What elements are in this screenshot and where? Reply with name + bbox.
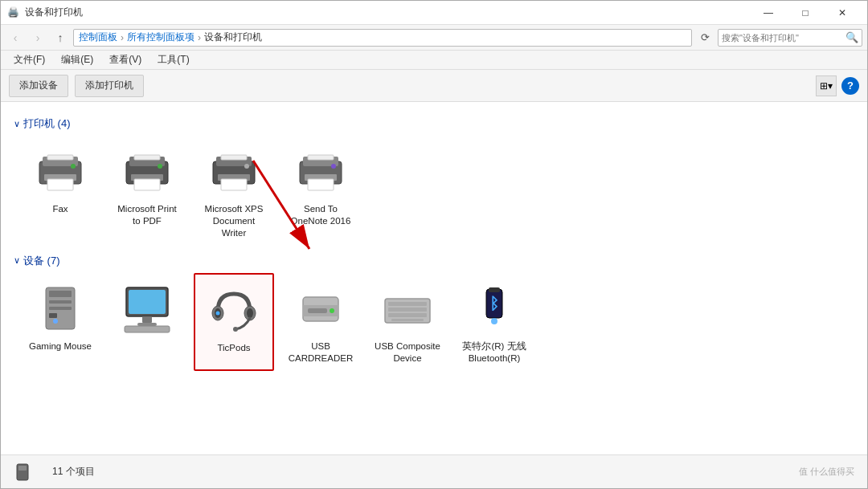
svg-point-17 <box>244 164 249 169</box>
svg-rect-32 <box>142 316 152 323</box>
menubar: 文件(F) 编辑(E) 查看(V) 工具(T) <box>1 51 867 70</box>
toolbar: 添加设备 添加打印机 ⊞▾ ? <box>1 70 867 102</box>
help-button[interactable]: ? <box>841 77 859 95</box>
menu-file[interactable]: 文件(F) <box>7 51 51 68</box>
onenote-icon <box>292 142 350 200</box>
svg-rect-16 <box>221 155 247 160</box>
ticpods-label: TicPods <box>217 342 250 354</box>
close-icon: ✕ <box>838 8 846 18</box>
breadcrumb-current: 设备和打印机 <box>204 31 262 44</box>
breadcrumb-controlpanel[interactable]: 控制面板 <box>79 31 117 44</box>
ticpods-icon <box>205 281 263 339</box>
svg-point-38 <box>247 308 253 318</box>
devices-section-label: 设备 (7) <box>23 254 60 268</box>
search-input[interactable] <box>722 33 845 43</box>
svg-point-40 <box>233 327 238 332</box>
svg-rect-25 <box>49 291 72 297</box>
titlebar: 🖨️ 设备和打印机 — □ ✕ <box>1 1 867 25</box>
device-bluetooth[interactable]: ᛒ 英特尔(R) 无线Bluetooth(R) <box>454 273 534 371</box>
bluetooth-icon: ᛒ <box>465 279 523 337</box>
search-icon[interactable]: 🔍 <box>845 31 858 43</box>
window-title: 设备和打印机 <box>25 6 750 19</box>
back-button[interactable]: ‹ <box>6 28 25 47</box>
breadcrumb[interactable]: 控制面板 › 所有控制面板项 › 设备和打印机 <box>73 29 692 47</box>
view-toggle-button[interactable]: ⊞▾ <box>816 75 837 96</box>
svg-point-53 <box>491 318 497 324</box>
cardreader-label: USBCARDREADER <box>289 340 354 365</box>
computer-icon <box>118 279 176 337</box>
devices-section-header[interactable]: ∨ 设备 (7) <box>14 254 854 268</box>
printers-chevron-icon: ∨ <box>14 119 20 129</box>
up-button[interactable]: ↑ <box>51 28 70 47</box>
menu-view[interactable]: 查看(V) <box>103 51 148 68</box>
print-to-pdf-icon <box>118 142 176 200</box>
statusbar: 11 个项目 值 什么值得买 <box>1 454 867 488</box>
svg-rect-51 <box>489 287 500 292</box>
usb-composite-icon <box>379 279 436 337</box>
svg-rect-22 <box>308 155 334 160</box>
svg-rect-27 <box>49 307 72 310</box>
watermark: 值 什么值得买 <box>799 466 854 478</box>
svg-point-28 <box>53 319 58 324</box>
onenote-label: Send ToOneNote 2016 <box>291 203 351 227</box>
close-button[interactable]: ✕ <box>824 1 861 25</box>
svg-rect-4 <box>47 155 73 160</box>
search-box[interactable]: 🔍 <box>718 29 862 47</box>
status-count: 11 个项目 <box>52 465 95 479</box>
svg-rect-10 <box>134 155 160 160</box>
device-onenote[interactable]: Send ToOneNote 2016 <box>280 136 361 246</box>
svg-rect-46 <box>388 302 427 306</box>
svg-point-5 <box>71 164 76 169</box>
refresh-button[interactable]: ⟳ <box>695 28 714 47</box>
svg-rect-43 <box>308 308 327 313</box>
fax-icon <box>31 142 89 200</box>
addressbar: ‹ › ↑ 控制面板 › 所有控制面板项 › 设备和打印机 ⟳ 🔍 <box>1 25 867 51</box>
add-printer-button[interactable]: 添加打印机 <box>75 75 144 97</box>
gaming-mouse-icon <box>31 279 89 337</box>
device-usb-composite[interactable]: USB CompositeDevice <box>367 273 448 371</box>
device-fax[interactable]: Fax <box>20 136 100 246</box>
add-device-button[interactable]: 添加设备 <box>9 75 68 97</box>
minimize-button[interactable]: — <box>750 1 787 25</box>
device-print-to-pdf[interactable]: Microsoft Printto PDF <box>107 136 187 246</box>
printers-section-header[interactable]: ∨ 打印机 (4) <box>14 116 854 131</box>
devices-chevron-icon: ∨ <box>14 255 20 266</box>
device-xps-writer[interactable]: Microsoft XPSDocumentWriter <box>194 136 274 246</box>
svg-point-23 <box>331 164 336 169</box>
maximize-icon: □ <box>802 8 808 18</box>
main-window: 🖨️ 设备和打印机 — □ ✕ ‹ › ↑ 控制面板 › 所有控制面板项 › 设… <box>0 0 868 489</box>
svg-rect-33 <box>137 323 157 326</box>
print-to-pdf-label: Microsoft Printto PDF <box>117 203 177 227</box>
content-area: ∨ 打印机 (4) <box>1 102 867 454</box>
device-gaming-mouse[interactable]: Gaming Mouse <box>20 273 100 371</box>
toolbar-right: ⊞▾ ? <box>816 75 859 96</box>
breadcrumb-allitems[interactable]: 所有控制面板项 <box>127 31 194 44</box>
svg-point-11 <box>158 164 162 169</box>
device-computer[interactable] <box>107 273 187 371</box>
bluetooth-label: 英特尔(R) 无线Bluetooth(R) <box>462 340 526 365</box>
window-controls: — □ ✕ <box>750 1 861 25</box>
svg-rect-48 <box>388 313 427 317</box>
cardreader-icon <box>292 279 350 337</box>
svg-rect-57 <box>18 466 27 471</box>
xps-writer-label: Microsoft XPSDocumentWriter <box>205 203 264 239</box>
menu-tools[interactable]: 工具(T) <box>151 51 195 68</box>
maximize-button[interactable]: □ <box>787 1 824 25</box>
forward-button[interactable]: › <box>28 28 47 47</box>
device-ticpods[interactable]: TicPods <box>194 273 274 371</box>
svg-point-44 <box>330 308 334 313</box>
svg-point-39 <box>216 311 220 315</box>
svg-rect-31 <box>129 290 166 314</box>
svg-rect-47 <box>388 308 427 312</box>
svg-rect-21 <box>308 179 334 190</box>
svg-rect-15 <box>221 179 247 190</box>
printers-grid: Fax Microsoft Printto PDF <box>20 136 854 246</box>
device-cardreader[interactable]: USBCARDREADER <box>280 273 361 371</box>
devices-grid: Gaming Mouse <box>20 273 854 371</box>
svg-rect-26 <box>49 300 72 304</box>
svg-rect-3 <box>47 179 73 190</box>
minimize-icon: — <box>764 8 773 18</box>
svg-rect-34 <box>125 326 170 332</box>
menu-edit[interactable]: 编辑(E) <box>55 51 100 68</box>
window-icon: 🖨️ <box>7 6 20 19</box>
